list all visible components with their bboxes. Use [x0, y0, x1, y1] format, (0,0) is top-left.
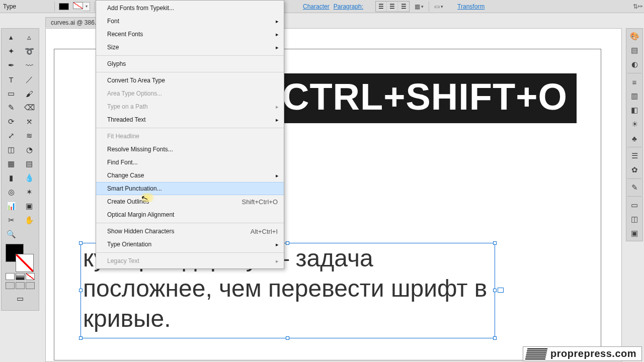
- list-options-button[interactable]: ▦▾: [414, 2, 425, 12]
- menu-item-convert-to-area-type[interactable]: Convert To Area Type: [96, 74, 284, 87]
- text-out-port[interactable]: [498, 288, 504, 293]
- swatches-panel-icon[interactable]: ▤: [628, 45, 641, 56]
- character-panel-link[interactable]: Character: [303, 3, 330, 10]
- brushes-panel-icon[interactable]: ✎: [628, 182, 641, 193]
- gradient-panel-icon[interactable]: ▥: [628, 90, 641, 102]
- slice-tool[interactable]: ✂: [3, 214, 19, 227]
- align-panel-button[interactable]: ▭▾: [433, 2, 444, 12]
- menu-item-fit-headline: Fit Headline: [96, 130, 284, 143]
- bbox-handle[interactable]: [493, 336, 497, 340]
- bbox-handle[interactable]: [79, 241, 83, 245]
- menu-item-create-outlines[interactable]: Create OutlinesShift+Ctrl+O: [96, 195, 284, 208]
- zoom-tool[interactable]: 🔍: [3, 228, 19, 241]
- color-mode-color[interactable]: [6, 273, 15, 280]
- transparency-panel-icon[interactable]: ◧: [628, 105, 641, 116]
- options-bar-flyout[interactable]: ▸▸: [638, 3, 643, 9]
- menu-item-add-fonts-from-typekit[interactable]: Add Fonts from Typekit...: [96, 2, 284, 15]
- type-tool[interactable]: T: [3, 73, 19, 86]
- bbox-handle[interactable]: [79, 336, 83, 340]
- screen-mode-button[interactable]: ▭: [10, 292, 30, 305]
- menu-item-recent-fonts[interactable]: Recent Fonts: [96, 28, 284, 41]
- menu-item-size[interactable]: Size: [96, 41, 284, 54]
- shape-builder-tool[interactable]: ◔: [21, 143, 37, 156]
- menu-item-label: Type Orientation: [107, 241, 151, 248]
- magic-wand-tool[interactable]: ✦: [3, 45, 19, 58]
- stroke-swatch[interactable]: [73, 2, 83, 9]
- selection-tool[interactable]: ▴: [3, 31, 19, 44]
- stroke-panel-icon[interactable]: ≡: [628, 76, 641, 87]
- direct-selection-tool[interactable]: ▵: [21, 31, 37, 44]
- layers-panel-icon[interactable]: ☰: [628, 150, 641, 161]
- pen-tool[interactable]: ✒: [3, 59, 19, 72]
- column-graph-tool[interactable]: 📊: [3, 200, 19, 213]
- bbox-handle[interactable]: [493, 289, 497, 292]
- draw-mode-behind[interactable]: [16, 282, 25, 289]
- pathfinder-panel-icon[interactable]: ◫: [628, 214, 641, 225]
- eraser-tool[interactable]: ⌫: [21, 101, 37, 114]
- eyedropper-tool[interactable]: 💧: [21, 171, 37, 185]
- menu-item-find-font[interactable]: Find Font...: [96, 156, 284, 169]
- menu-item-type-orientation[interactable]: Type Orientation: [96, 238, 284, 251]
- align-center-button[interactable]: ☰: [387, 2, 398, 12]
- align-left-button[interactable]: ☰: [376, 2, 387, 12]
- menu-item-threaded-text[interactable]: Threaded Text: [96, 113, 284, 126]
- transform-panel-link[interactable]: Transform: [457, 3, 485, 10]
- mesh-tool[interactable]: ▤: [21, 157, 37, 170]
- symbols-panel-icon[interactable]: ✿: [628, 164, 641, 175]
- bbox-handle[interactable]: [286, 241, 289, 245]
- toggle-tool[interactable]: [21, 228, 37, 241]
- color-mode-none[interactable]: [26, 273, 35, 280]
- paintbrush-tool[interactable]: 🖌: [21, 87, 37, 100]
- fill-swatch[interactable]: [59, 3, 69, 10]
- stroke-dropdown[interactable]: ▾: [83, 2, 90, 11]
- curvature-tool[interactable]: 〰: [21, 59, 37, 72]
- menu-item-label: Smart Punctuation...: [107, 185, 162, 192]
- menu-item-glyphs[interactable]: Glyphs: [96, 57, 284, 70]
- menu-item-font[interactable]: Font: [96, 15, 284, 28]
- watermark-label: proprepress.com: [550, 348, 636, 359]
- bbox-handle[interactable]: [286, 336, 289, 340]
- scale-tool[interactable]: ⤢: [3, 129, 19, 142]
- blend-tool[interactable]: ◎: [3, 186, 19, 199]
- color-panel-icon[interactable]: 🎨: [628, 31, 641, 42]
- menu-item-label: Change Case: [107, 172, 144, 179]
- rectangle-tool[interactable]: ▭: [3, 87, 19, 100]
- rotate-tool[interactable]: ⟳: [3, 115, 19, 128]
- appearance-panel-icon[interactable]: ☀: [628, 119, 641, 130]
- bbox-handle[interactable]: [79, 289, 83, 292]
- fill-stroke-color-control[interactable]: [3, 244, 38, 271]
- stroke-color[interactable]: [16, 254, 34, 272]
- graphic-styles-panel-icon[interactable]: ♣: [628, 133, 641, 144]
- perspective-tool[interactable]: ▦: [3, 157, 19, 170]
- bbox-handle[interactable]: [493, 241, 497, 245]
- symbol-sprayer-tool[interactable]: ✶: [21, 186, 37, 199]
- pencil-tool[interactable]: ✎: [3, 101, 19, 114]
- line-tool[interactable]: ／: [21, 73, 37, 86]
- gradient-tool[interactable]: ▮: [3, 171, 19, 185]
- artboard-tool[interactable]: ▣: [21, 200, 37, 213]
- width-tool[interactable]: ≋: [21, 129, 37, 142]
- tool-type-label: Type: [3, 3, 16, 10]
- menu-item-show-hidden-characters[interactable]: Show Hidden CharactersAlt+Ctrl+I: [96, 225, 284, 238]
- color-guide-panel-icon[interactable]: ◐: [628, 59, 641, 70]
- paragraph-panel-link[interactable]: Paragraph:: [334, 3, 363, 10]
- separator: [54, 2, 55, 12]
- artboards-panel-icon[interactable]: ▣: [628, 228, 641, 239]
- menu-item-change-case[interactable]: Change Case: [96, 169, 284, 182]
- menu-item-type-on-a-path: Type on a Path: [96, 100, 284, 113]
- color-mode-gradient[interactable]: [16, 273, 25, 280]
- menu-item-resolve-missing-fonts[interactable]: Resolve Missing Fonts...: [96, 143, 284, 156]
- headline-text-object[interactable]: CTRL+SHIFT+O: [274, 73, 577, 123]
- lasso-tool[interactable]: ➰: [21, 45, 37, 58]
- menu-item-smart-punctuation[interactable]: Smart Punctuation...: [96, 182, 284, 195]
- menu-item-label: Resolve Missing Fonts...: [107, 146, 173, 153]
- align-right-button[interactable]: ☰: [398, 2, 409, 12]
- reflect-tool[interactable]: ⤧: [21, 115, 37, 128]
- align-panel-icon[interactable]: ▭: [628, 200, 641, 211]
- menu-item-optical-margin-alignment[interactable]: Optical Margin Alignment: [96, 208, 284, 221]
- hand-tool[interactable]: ✋: [21, 214, 37, 227]
- free-transform-tool[interactable]: ◫: [3, 143, 19, 156]
- draw-mode-normal[interactable]: [6, 282, 15, 289]
- menu-item-label: Glyphs: [107, 60, 126, 67]
- draw-mode-inside[interactable]: [26, 282, 35, 289]
